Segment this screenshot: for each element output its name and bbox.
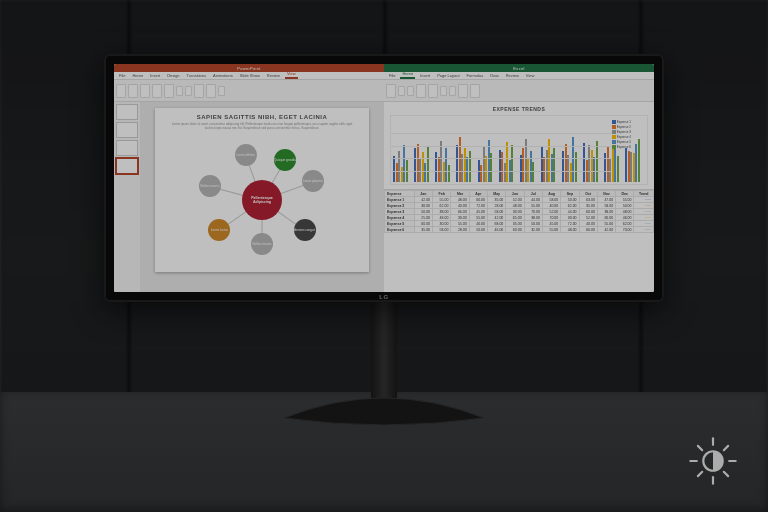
mindmap-node: Lorem luctus xyxy=(208,219,230,241)
xls-ribbon-button[interactable] xyxy=(398,86,405,96)
chart-bar xyxy=(511,145,513,182)
xls-titlebar: Excel xyxy=(384,64,654,72)
chart-cluster xyxy=(604,145,624,182)
ppt-ribbon-button[interactable] xyxy=(128,84,138,98)
excel-app: Excel FileHomeInsertPage LayoutFormulasD… xyxy=(384,64,654,292)
legend-item: Expense 3 xyxy=(612,130,645,134)
legend-item: Expense 5 xyxy=(612,140,645,144)
ribbon-tab-slide-show[interactable]: Slide Show xyxy=(238,72,262,79)
ppt-ribbon-button[interactable] xyxy=(152,84,162,98)
chart-cluster xyxy=(435,141,455,182)
table-row[interactable]: Expense 635.0058.0028.0050.0046.0060.003… xyxy=(385,227,654,233)
ribbon-tab-formulas[interactable]: Formulas xyxy=(465,72,486,79)
xls-grid[interactable]: ExpenseJanFebMarAprMayJunJulAugSepOctNov… xyxy=(384,189,654,292)
mindmap-node: Nullam mauris xyxy=(199,175,221,197)
chart-cluster xyxy=(583,141,603,182)
legend-item: Expense 2 xyxy=(612,125,645,129)
ppt-ribbon-button[interactable] xyxy=(218,86,225,96)
chart-cluster xyxy=(393,145,413,182)
monitor-screen: PowerPoint FileHomeInsertDesignTransitio… xyxy=(114,64,654,292)
slide-thumbnail[interactable] xyxy=(116,122,138,138)
ribbon-tab-insert[interactable]: Insert xyxy=(418,72,432,79)
ppt-titlebar: PowerPoint xyxy=(114,64,384,72)
ppt-ribbon-button[interactable] xyxy=(176,86,183,96)
expense-chart[interactable]: Expense 1Expense 2Expense 3Expense 4Expe… xyxy=(390,115,648,185)
ppt-ribbon-tabs: FileHomeInsertDesignTransitionsAnimation… xyxy=(114,72,384,80)
chart-bar xyxy=(469,151,471,182)
xls-ribbon-button[interactable] xyxy=(470,84,480,98)
ppt-body: SAPIEN SAGITTIS NIBH, EGET LACINIA Lorem… xyxy=(114,102,384,292)
ppt-ribbon-button[interactable] xyxy=(116,84,126,98)
xls-ribbon-button[interactable] xyxy=(440,86,447,96)
xls-ribbon-button[interactable] xyxy=(386,84,396,98)
xls-ribbon-button[interactable] xyxy=(458,84,468,98)
powerpoint-app: PowerPoint FileHomeInsertDesignTransitio… xyxy=(114,64,384,292)
monitor-stand-neck xyxy=(371,300,397,400)
xls-ribbon xyxy=(384,80,654,102)
ribbon-tab-file[interactable]: File xyxy=(387,72,397,79)
mindmap-node: Quisque gravida xyxy=(274,149,296,171)
ppt-ribbon-zoom[interactable] xyxy=(194,84,204,98)
svg-line-8 xyxy=(724,446,728,450)
xls-ribbon-button[interactable] xyxy=(407,86,414,96)
ribbon-tab-animations[interactable]: Animations xyxy=(211,72,235,79)
chart-bar xyxy=(448,165,450,182)
ribbon-tab-data[interactable]: Data xyxy=(488,72,500,79)
slide-thumbnail[interactable] xyxy=(116,104,138,120)
chart-title: EXPENSE TRENDS xyxy=(390,106,648,112)
ppt-slide-canvas[interactable]: SAPIEN SAGITTIS NIBH, EGET LACINIA Lorem… xyxy=(140,102,384,292)
chart-bar xyxy=(596,141,598,182)
chart-cluster xyxy=(456,137,476,182)
ribbon-tab-design[interactable]: Design xyxy=(165,72,181,79)
mindmap-node: Aenean congue xyxy=(294,219,316,241)
mindmap-node: Nullam mauris xyxy=(251,233,273,255)
xls-ribbon-button[interactable] xyxy=(449,86,456,96)
ribbon-tab-home[interactable]: Home xyxy=(130,72,145,79)
monitor-bezel: PowerPoint FileHomeInsertDesignTransitio… xyxy=(104,54,664,302)
ribbon-tab-transitions[interactable]: Transitions xyxy=(185,72,208,79)
chart-bar xyxy=(617,156,619,182)
ribbon-tab-view[interactable]: View xyxy=(285,70,298,79)
xls-ribbon-button[interactable] xyxy=(428,84,438,98)
legend-item: Expense 4 xyxy=(612,135,645,139)
chart-cluster xyxy=(499,142,519,182)
svg-line-6 xyxy=(724,472,728,476)
xls-ribbon-button[interactable] xyxy=(416,84,426,98)
chart-cluster xyxy=(562,137,582,182)
mindmap-node: Lorem efficitur xyxy=(235,144,257,166)
ribbon-tab-home[interactable]: Home xyxy=(400,70,415,79)
ribbon-tab-review[interactable]: Review xyxy=(265,72,282,79)
mindmap-hub: Pellentesque Adipiscing xyxy=(242,180,282,220)
ppt-ribbon-button[interactable] xyxy=(206,84,216,98)
chart-legend: Expense 1Expense 2Expense 3Expense 4Expe… xyxy=(612,120,645,150)
xls-body: EXPENSE TRENDS Expense 1Expense 2Expense… xyxy=(384,102,654,292)
monitor-brand-logo: LG xyxy=(379,294,388,300)
ppt-ribbon-button[interactable] xyxy=(164,84,174,98)
chart-cluster xyxy=(414,144,434,182)
slide-subtitle: Lorem ipsum dolor sit amet, consectetur … xyxy=(171,122,352,130)
svg-line-5 xyxy=(698,446,702,450)
ribbon-tab-page-layout[interactable]: Page Layout xyxy=(435,72,461,79)
ppt-thumbnail-pane[interactable] xyxy=(114,102,140,292)
slide-thumbnail[interactable] xyxy=(116,140,138,156)
xls-table[interactable]: ExpenseJanFebMarAprMayJunJulAugSepOctNov… xyxy=(384,190,654,233)
ppt-ribbon-button[interactable] xyxy=(185,86,192,96)
mindmap-node: Lorem placerat xyxy=(302,170,324,192)
monitor-stand-base xyxy=(274,388,494,426)
mindmap-diagram: Quisque gravidaLorem placeratAenean cong… xyxy=(192,150,332,250)
ribbon-tab-insert[interactable]: Insert xyxy=(148,72,162,79)
ppt-slide: SAPIEN SAGITTIS NIBH, EGET LACINIA Lorem… xyxy=(155,108,368,272)
xls-ribbon-tabs: FileHomeInsertPage LayoutFormulasDataRev… xyxy=(384,72,654,80)
xls-chart-area: EXPENSE TRENDS Expense 1Expense 2Expense… xyxy=(384,102,654,189)
chart-bar xyxy=(427,146,429,182)
chart-bar xyxy=(575,152,577,182)
ribbon-tab-review[interactable]: Review xyxy=(504,72,521,79)
ribbon-tab-file[interactable]: File xyxy=(117,72,127,79)
slide-title: SAPIEN SAGITTIS NIBH, EGET LACINIA xyxy=(163,114,360,120)
chart-bar xyxy=(532,162,534,182)
ribbon-tab-view[interactable]: View xyxy=(524,72,537,79)
legend-item: Expense 1 xyxy=(612,120,645,124)
slide-thumbnail-selected[interactable] xyxy=(116,158,138,174)
brightness-icon[interactable] xyxy=(686,434,740,488)
ppt-ribbon-button[interactable] xyxy=(140,84,150,98)
